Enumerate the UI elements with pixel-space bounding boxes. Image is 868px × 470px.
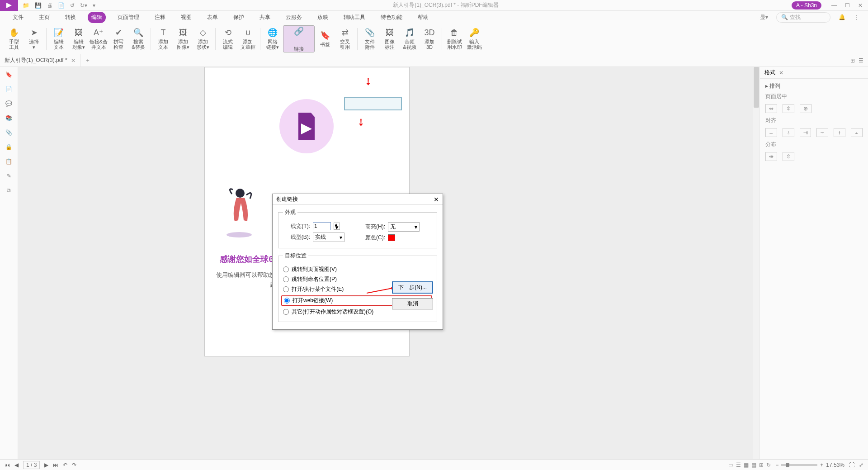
ribbon-编辑文本[interactable]: 📝编辑 文本 (49, 25, 68, 52)
dialog-close-icon[interactable]: ✕ (434, 196, 439, 203)
zoom-out-icon[interactable]: − (775, 462, 778, 468)
view-cont-icon[interactable]: ☰ (736, 462, 741, 468)
minimize-icon[interactable]: — (831, 2, 837, 9)
qat-undo-icon[interactable]: ↺ (70, 2, 75, 9)
leftrail-item-7[interactable]: ✎ (7, 173, 11, 179)
prev-page-icon[interactable]: ◀ (14, 462, 19, 468)
tab-edit[interactable]: 编辑 (88, 12, 106, 23)
ribbon-添加文本[interactable]: T添加 文本 (154, 25, 173, 52)
tab-cloud[interactable]: 云服务 (282, 12, 306, 23)
tab-protect[interactable]: 保护 (230, 12, 248, 23)
view-cont-facing-icon[interactable]: ▤ (751, 462, 756, 468)
ribbon-添加3D[interactable]: 3D添加 3D (420, 25, 439, 52)
spinner-icon[interactable]: ▲▼ (334, 223, 340, 230)
tab-page[interactable]: 页面管理 (114, 12, 143, 23)
leftrail-item-5[interactable]: 🔒 (5, 144, 12, 150)
qat-open-icon[interactable]: 📁 (23, 2, 29, 9)
tab-convert[interactable]: 转换 (61, 12, 80, 23)
ribbon-输入激活码[interactable]: 🔑输入 激活码 (465, 25, 484, 52)
canvas[interactable]: ➘ ➘ 感谢您如全球6.5亿用户一样信任福昕PDF编辑器 使用编辑器可以帮助您在… (18, 67, 760, 459)
ribbon-collapse[interactable]: 显▾ (760, 14, 768, 21)
ribbon-网络链接[interactable]: 🌐网络 链接▾ (263, 25, 282, 52)
tab-share[interactable]: 共享 (256, 12, 274, 23)
dialog-titlebar[interactable]: 创建链接 ✕ (273, 194, 443, 205)
rotate-right-icon[interactable]: ↷ (72, 462, 76, 468)
highlight-select[interactable]: 无▾ (388, 222, 420, 232)
format-tab[interactable]: 格式 (764, 69, 775, 76)
ribbon-流式编辑[interactable]: ⟲流式 编辑 (218, 25, 237, 52)
maximize-icon[interactable]: ☐ (845, 2, 850, 9)
new-tab-button[interactable]: ＋ (80, 57, 95, 64)
leftrail-item-0[interactable]: 🔖 (5, 71, 12, 78)
tab-form[interactable]: 表单 (203, 12, 222, 23)
ribbon-交叉引用[interactable]: ⇄交叉 引用 (335, 25, 354, 52)
ribbon-添加文章框[interactable]: ∪添加 文章框 (238, 25, 257, 52)
align-bottom-icon[interactable]: ⫠ (851, 128, 863, 137)
align-left-icon[interactable]: ⫠ (765, 128, 777, 137)
ribbon-拼写检查[interactable]: ✔拼写 检查 (109, 25, 128, 52)
vertical-scrollbar[interactable] (753, 67, 760, 459)
ribbon-链接&合并文本[interactable]: A⁺链接&合 并文本 (89, 25, 108, 52)
radio-open-file[interactable] (283, 286, 289, 292)
color-swatch[interactable] (388, 234, 395, 241)
tab-file[interactable]: 文件 (9, 12, 27, 23)
ribbon-添加形状[interactable]: ◇添加 形状▾ (193, 25, 212, 52)
ribbon-手型工具[interactable]: ✋手型 工具 (5, 25, 24, 52)
radio-other[interactable] (283, 309, 289, 315)
cancel-button[interactable]: 取消 (392, 298, 433, 309)
next-page-icon[interactable]: ▶ (44, 462, 48, 468)
next-button[interactable]: 下一步(N)... (392, 281, 433, 294)
ribbon-文件附件[interactable]: 📎文件 附件 (360, 25, 379, 52)
tab-present[interactable]: 放映 (314, 12, 332, 23)
ribbon-图像标注[interactable]: 🖼图像 标注 (380, 25, 399, 52)
leftrail-item-8[interactable]: ⧉ (7, 187, 11, 194)
radio-named-pos[interactable] (283, 276, 289, 282)
close-icon[interactable]: ✕ (858, 2, 863, 9)
panel-close-icon[interactable]: ✕ (779, 70, 783, 76)
ribbon-选择[interactable]: ➤选择 ▾ (24, 25, 43, 52)
line-width-input[interactable] (313, 222, 331, 230)
leftrail-item-2[interactable]: 💬 (5, 100, 12, 107)
zoom-slider[interactable] (781, 464, 817, 466)
tab-comment[interactable]: 注释 (151, 12, 169, 23)
zoom-value[interactable]: 17.53% (826, 462, 844, 468)
view-list-icon[interactable]: ☰ (859, 57, 863, 64)
align-right-icon[interactable]: ⫣ (800, 128, 811, 137)
qat-more-icon[interactable]: ▾ (93, 2, 95, 9)
view-grid-icon[interactable]: ⊞ (850, 57, 855, 64)
user-badge[interactable]: A - Sh3n (792, 1, 821, 9)
first-page-icon[interactable]: ⏮ (5, 462, 10, 468)
page-indicator[interactable]: 1 / 3 (23, 461, 40, 469)
document-tab-close-icon[interactable]: ✕ (71, 57, 75, 64)
distribute-v-icon[interactable]: ⇳ (783, 152, 794, 161)
ribbon-删除试用水印[interactable]: 🗑删除试 用水印 (445, 25, 464, 52)
ribbon-编辑对象[interactable]: 🖼编辑 对象▾ (69, 25, 88, 52)
align-center-icon[interactable]: ⫱ (783, 128, 794, 137)
ribbon-添加图像[interactable]: 🖼添加 图像▾ (174, 25, 193, 52)
link-rectangle[interactable] (344, 97, 402, 110)
ribbon-搜索&替换[interactable]: 🔍搜索 &替换 (129, 25, 148, 52)
qat-print-icon[interactable]: 🖨 (47, 2, 52, 9)
center-v-icon[interactable]: ⇕ (783, 104, 794, 113)
ribbon-链接[interactable]: 🔗链接 (283, 25, 315, 52)
distribute-h-icon[interactable]: ⇹ (765, 152, 777, 161)
leftrail-item-6[interactable]: 📋 (5, 158, 12, 165)
radio-web-link[interactable] (284, 298, 290, 304)
center-both-icon[interactable]: ⊕ (800, 104, 811, 113)
view-facing-icon[interactable]: ▦ (744, 462, 749, 468)
rotate-left-icon[interactable]: ↶ (63, 462, 67, 468)
fit-page-icon[interactable]: ⛶ (849, 462, 854, 468)
qat-save-icon[interactable]: 💾 (35, 2, 42, 9)
last-page-icon[interactable]: ⏭ (53, 462, 58, 468)
zoom-in-icon[interactable]: + (820, 462, 823, 468)
tab-help[interactable]: 帮助 (414, 12, 432, 23)
align-middle-icon[interactable]: ⫲ (834, 128, 845, 137)
center-h-icon[interactable]: ⇔ (765, 104, 777, 113)
tab-home[interactable]: 主页 (35, 12, 53, 23)
tab-view[interactable]: 视图 (177, 12, 195, 23)
line-type-select[interactable]: 实线▾ (313, 233, 344, 242)
menu-more-icon[interactable]: ⋮ (854, 14, 859, 20)
radio-page-view[interactable] (283, 266, 289, 272)
tab-feature[interactable]: 特色功能 (377, 12, 406, 23)
leftrail-item-3[interactable]: 📚 (5, 115, 12, 121)
